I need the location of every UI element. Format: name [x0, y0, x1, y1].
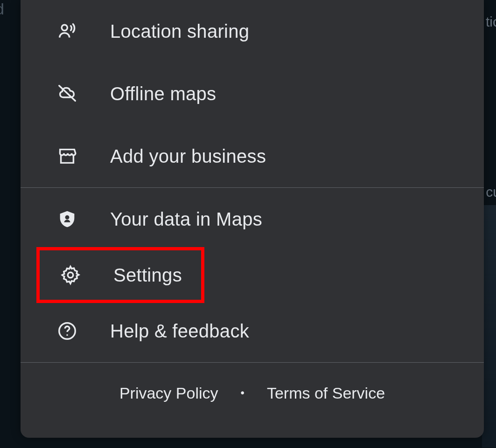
- menu-section-2: Your data in Maps Settings Help & feedba…: [21, 188, 484, 362]
- svg-point-2: [65, 215, 70, 220]
- menu-label: Add your business: [110, 146, 266, 167]
- menu-item-location-sharing[interactable]: Location sharing: [21, 0, 484, 62]
- storefront-icon: [56, 145, 78, 167]
- menu-item-your-data[interactable]: Your data in Maps: [21, 188, 484, 250]
- menu-label: Offline maps: [110, 83, 216, 104]
- account-menu-panel: Location sharing Offline maps Add your b…: [21, 0, 484, 438]
- privacy-policy-link[interactable]: Privacy Policy: [119, 384, 218, 402]
- menu-label: Your data in Maps: [110, 209, 262, 230]
- svg-point-3: [68, 272, 73, 278]
- menu-label: Location sharing: [110, 21, 249, 42]
- menu-label: Settings: [113, 265, 182, 286]
- location-sharing-icon: [56, 20, 78, 42]
- menu-section-1: Location sharing Offline maps Add your b…: [21, 0, 484, 187]
- help-icon: [56, 320, 78, 342]
- menu-label: Help & feedback: [110, 321, 249, 342]
- menu-item-help[interactable]: Help & feedback: [21, 300, 484, 362]
- svg-point-0: [62, 25, 67, 30]
- svg-point-5: [66, 334, 68, 336]
- terms-of-service-link[interactable]: Terms of Service: [267, 384, 385, 402]
- footer-separator: •: [241, 386, 245, 400]
- map-label-fragment: cu: [486, 184, 496, 200]
- menu-item-settings[interactable]: Settings: [36, 247, 204, 303]
- shield-account-icon: [56, 208, 78, 230]
- menu-item-offline-maps[interactable]: Offline maps: [21, 62, 484, 125]
- menu-item-add-business[interactable]: Add your business: [21, 125, 484, 187]
- offline-maps-icon: [56, 83, 78, 105]
- gear-icon: [59, 264, 82, 286]
- map-road-fragment: [482, 205, 496, 448]
- footer: Privacy Policy • Terms of Service: [21, 363, 484, 423]
